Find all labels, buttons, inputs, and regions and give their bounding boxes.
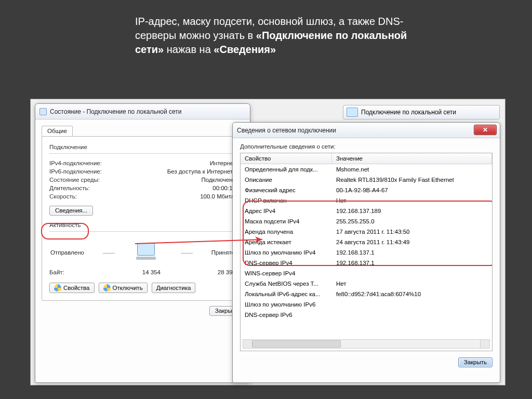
connection-item-label: Подключение по локальной сети [361,109,456,116]
details-window: Сведения о сетевом подключении ✕ Дополни… [232,122,500,383]
details-button-label: Сведения... [55,207,87,214]
header-value[interactable]: Значение [332,153,492,164]
cell-value: 192.168.137.189 [332,206,492,216]
details-title: Сведения о сетевом подключении [237,127,336,134]
caption-bold2: «Сведения» [214,44,276,55]
list-row[interactable]: DHCP включенНет [241,195,492,206]
listview-header[interactable]: Свойство Значение [241,153,492,164]
cell-property: Описание [241,175,332,185]
cell-value [332,299,492,310]
cell-value [332,310,492,320]
row-duration: Длительность:00:00:16 [49,184,236,192]
close-icon: ✕ [483,126,488,134]
cell-property: Служба NetBIOS через T... [241,278,332,289]
cell-value: 17 августа 2011 г. 11:43:50 [332,227,492,237]
shield-icon [103,284,111,291]
cell-property: Определенный для подк... [241,164,332,175]
list-row[interactable]: Определенный для подк...Mshome.net [241,164,492,175]
group-connection: IPv4-подключение:Интернет IPv6-подключен… [49,153,236,216]
cell-property: DNS-сервер IPv4 [241,258,332,268]
list-row[interactable]: Служба NetBIOS через T...Нет [241,278,492,289]
list-row[interactable]: DNS-сервер IPv6 [241,310,492,320]
cell-value: fe80::d952:7d41:aca8:6074%10 [332,289,492,299]
caption-part2: нажав на [167,44,214,55]
scroll-thumb[interactable] [252,340,341,348]
list-row[interactable]: Аренда получена17 августа 2011 г. 11:43:… [241,227,492,237]
cell-property: DNS-сервер IPv6 [241,310,332,320]
details-label: Дополнительные сведения о сети: [240,143,493,150]
network-icon [347,108,358,117]
sent-label: Отправлено [50,249,84,256]
cell-value: Нет [332,278,492,289]
window-close-button[interactable]: ✕ [474,125,497,135]
bytes-sent: 14 354 [142,269,161,275]
row-media: Состояние среды:Подключено [49,176,236,184]
list-row[interactable]: DNS-сервер IPv4192.168.137.1 [241,258,492,268]
connection-item[interactable]: Подключение по локальной сети [343,105,500,119]
cell-value: 00-1A-92-9B-A4-67 [332,185,492,195]
list-row[interactable]: WINS-сервер IPv4 [241,268,492,278]
list-row[interactable]: Шлюз по умолчанию IPv4192.168.137.1 [241,247,492,258]
scroll-right-button[interactable] [480,340,489,348]
list-row[interactable]: Физический адрес00-1A-92-9B-A4-67 [241,185,492,195]
details-close-button-label: Закрыть [464,359,487,365]
cell-property: Локальный IPv6-адрес ка... [241,289,332,299]
row-ipv6: IPv6-подключение:Без доступа к Интернету [49,167,236,176]
status-titlebar[interactable]: Состояние - Подключение по локальной сет… [35,104,250,119]
list-row[interactable]: Локальный IPv6-адрес ка...fe80::d952:7d4… [241,289,492,299]
list-row[interactable]: Шлюз по умолчанию IPv6 [241,299,492,310]
cell-property: WINS-сервер IPv4 [241,268,332,278]
cell-property: Аренда истекает [241,237,332,247]
properties-button-label: Свойства [63,285,90,291]
scroll-left-button[interactable] [243,340,252,348]
screenshot-area: Подключение по локальной сети Состояние … [30,99,506,385]
cell-property: Адрес IPv4 [241,206,332,216]
cell-property: Шлюз по умолчанию IPv6 [241,299,332,310]
tab-general-label: Общие [47,128,67,134]
row-speed: Скорость:100.0 Мбит/с [49,192,236,201]
group-connection-label: Подключение [49,144,236,150]
details-titlebar[interactable]: Сведения о сетевом подключении ✕ [233,123,500,138]
status-title: Состояние - Подключение по локальной сет… [50,108,182,115]
shield-icon [54,284,61,291]
cell-property: Аренда получена [241,227,332,237]
recv-label: Принято [211,249,235,256]
cell-value: Нет [332,195,492,206]
row-ipv4: IPv4-подключение:Интернет [49,159,236,167]
disable-button-label: Отключить [113,285,143,291]
properties-button[interactable]: Свойства [49,283,95,293]
cell-property: Маска подсети IPv4 [241,216,332,227]
header-property[interactable]: Свойство [241,153,332,164]
cell-property: Физический адрес [241,185,332,195]
list-row[interactable]: ОписаниеRealtek RTL8139/810x Family Fast… [241,175,492,185]
details-listview[interactable]: Свойство Значение Определенный для подк.… [240,153,493,351]
network-icon [39,108,47,115]
cell-property: DHCP включен [241,195,332,206]
list-row[interactable]: Аренда истекает24 августа 2011 г. 11:43:… [241,237,492,247]
details-close-button[interactable]: Закрыть [458,357,493,367]
diagnostics-button-label: Диагностика [156,285,191,291]
cell-value: Mshome.net [332,164,492,175]
slide-caption: IP-адрес, маску подсети, основной шлюз, … [135,15,426,57]
cell-value: 255.255.255.0 [332,216,492,227]
tab-general[interactable]: Общие [42,126,73,136]
cell-value [332,268,492,278]
cell-property: Шлюз по умолчанию IPv4 [241,247,332,258]
computer-icon [133,242,162,263]
status-window: Состояние - Подключение по локальной сет… [35,103,250,383]
cell-value: Realtek RTL8139/810x Family Fast Etherne… [332,175,492,185]
list-row[interactable]: Адрес IPv4192.168.137.189 [241,206,492,216]
bytes-label: Байт: [49,269,64,275]
horizontal-scrollbar[interactable] [243,339,490,349]
cell-value: 192.168.137.1 [332,247,492,258]
cell-value: 192.168.137.1 [332,258,492,268]
group-activity: Отправлено —— —— Принято Байт: 14 354 28… [49,231,236,276]
cell-value: 24 августа 2011 г. 11:43:49 [332,237,492,247]
group-activity-label: Активность [49,222,236,228]
diagnostics-button[interactable]: Диагностика [152,283,196,293]
list-row[interactable]: Маска подсети IPv4255.255.255.0 [241,216,492,227]
disable-button[interactable]: Отключить [99,283,148,293]
details-button[interactable]: Сведения... [49,206,93,216]
